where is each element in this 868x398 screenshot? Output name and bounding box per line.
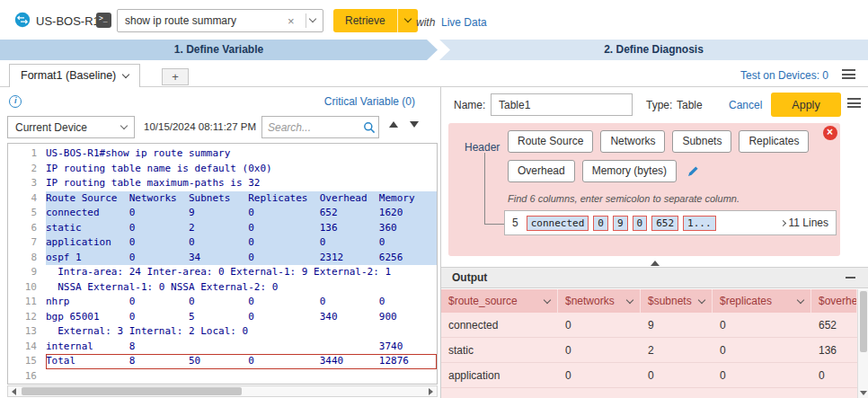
chevron-down-icon[interactable]: [544, 296, 551, 304]
scroll-left-icon[interactable]: [8, 386, 20, 396]
scrollbar-thumb[interactable]: [22, 387, 242, 395]
column-header-subnets[interactable]: $subnets: [641, 289, 713, 313]
minimize-output-icon[interactable]: [846, 277, 855, 279]
expand-lines-link[interactable]: 11 Lines: [781, 217, 828, 229]
code-line-highlighted[interactable]: 7application 0 0 0 0 0: [8, 235, 437, 251]
line-text[interactable]: Route Source Networks Subnets Replicates…: [46, 191, 437, 207]
line-text[interactable]: IP routing table maximum-paths is 32: [46, 176, 437, 191]
line-text[interactable]: connected 0 9 0 652 1620: [46, 206, 437, 221]
line-text[interactable]: internal 8 3740: [46, 340, 437, 355]
vertical-scrollbar[interactable]: [857, 289, 868, 398]
line-text[interactable]: bgp 65001 0 5 0 340 900: [46, 310, 437, 325]
collapse-output-icon[interactable]: [651, 261, 660, 266]
code-line-highlighted[interactable]: 6static 0 2 0 136 360: [8, 221, 437, 236]
code-line[interactable]: 9 Intra-area: 24 Inter-area: 0 External-…: [8, 265, 437, 280]
column-header-route-source[interactable]: $route_source: [441, 289, 558, 313]
line-text[interactable]: application 0 0 0 0 0: [46, 235, 437, 251]
command-dropdown-icon[interactable]: [309, 14, 316, 22]
chip-replicates[interactable]: Replicates: [739, 130, 809, 153]
sample-value[interactable]: connected: [527, 216, 589, 231]
code-line-total-marked[interactable]: 15Total 8 50 0 3440 12876: [8, 354, 437, 369]
chip-overhead[interactable]: Overhead: [508, 160, 575, 182]
info-icon[interactable]: [9, 95, 22, 108]
apply-button[interactable]: Apply: [771, 93, 841, 117]
column-header-overhead[interactable]: $overhead: [811, 289, 857, 313]
close-parser-icon[interactable]: [823, 126, 837, 140]
add-format-tab-button[interactable]: +: [162, 68, 189, 85]
sample-value[interactable]: 0: [593, 216, 608, 231]
scrollbar-thumb[interactable]: [860, 291, 867, 352]
code-line[interactable]: 2IP routing table name is default (0x0): [8, 162, 437, 177]
column-header-replicates[interactable]: $replicates: [713, 289, 811, 313]
scroll-down-icon[interactable]: [860, 391, 867, 395]
search-prev-icon[interactable]: [389, 121, 398, 128]
chip-memory-bytes[interactable]: Memory (bytes): [582, 160, 677, 182]
cancel-button[interactable]: Cancel: [729, 99, 762, 111]
chevron-down-icon[interactable]: [797, 296, 804, 304]
step-define-diagnosis[interactable]: 2. Define Diagnosis: [439, 40, 868, 60]
code-line-highlighted[interactable]: 4Route Source Networks Subnets Replicate…: [8, 191, 437, 207]
line-text[interactable]: ospf 1 0 34 0 2312 6256: [46, 251, 437, 266]
code-line[interactable]: 14internal 8 3740: [8, 340, 437, 355]
scrollbar-track[interactable]: [20, 386, 425, 396]
code-line[interactable]: 16: [8, 369, 437, 385]
column-header-networks[interactable]: $networks: [558, 289, 641, 313]
line-text[interactable]: [46, 369, 437, 385]
code-line[interactable]: 1US-BOS-R1#show ip route summary: [8, 146, 437, 162]
chevron-down-icon[interactable]: [626, 296, 633, 304]
chip-route-source[interactable]: Route Source: [508, 130, 593, 153]
code-line[interactable]: 13 External: 3 Internal: 2 Local: 0: [8, 324, 437, 340]
cli-output-editor[interactable]: 1US-BOS-R1#show ip route summary 2IP rou…: [7, 143, 438, 385]
chevron-down-icon[interactable]: [698, 296, 705, 304]
clear-command-icon[interactable]: [288, 14, 302, 28]
search-box[interactable]: [261, 116, 379, 138]
code-line[interactable]: 10 NSSA External-1: 0 NSSA External-2: 0: [8, 280, 437, 296]
device-scope-select[interactable]: Current Device: [7, 116, 135, 138]
live-data-link[interactable]: Live Data: [441, 16, 487, 29]
line-text[interactable]: NSSA External-1: 0 NSSA External-2: 0: [46, 280, 437, 296]
sample-value[interactable]: 9: [613, 216, 628, 231]
line-text[interactable]: Intra-area: 24 Inter-area: 0 External-1:…: [46, 265, 437, 280]
scroll-right-icon[interactable]: [425, 386, 437, 396]
chip-networks[interactable]: Networks: [600, 130, 665, 153]
code-line[interactable]: 12bgp 65001 0 5 0 340 900: [8, 310, 437, 325]
search-input[interactable]: [262, 121, 360, 134]
output-table-header: $route_source $networks $subnets $replic…: [441, 289, 857, 313]
column-label: $subnets: [648, 295, 692, 307]
code-line-highlighted[interactable]: 5connected 0 9 0 652 1620: [8, 206, 437, 221]
code-line[interactable]: 3IP routing table maximum-paths is 32: [8, 176, 437, 191]
test-on-devices-link[interactable]: Test on Devices: 0: [740, 69, 828, 82]
retrieve-button[interactable]: Retrieve: [333, 9, 397, 32]
code-line[interactable]: 11nhrp 0 0 0 0 0: [8, 295, 437, 310]
sample-value[interactable]: 1...: [683, 216, 716, 231]
sample-value[interactable]: 652: [651, 216, 678, 231]
tab-dropdown-icon[interactable]: [122, 71, 129, 78]
line-text[interactable]: US-BOS-R1#show ip route summary: [46, 146, 437, 162]
search-icon[interactable]: [360, 121, 378, 134]
command-input[interactable]: [117, 9, 323, 32]
edit-columns-icon[interactable]: [687, 165, 699, 177]
line-text[interactable]: static 0 2 0 136 360: [46, 221, 437, 236]
line-text[interactable]: IP routing table name is default (0x0): [46, 162, 437, 177]
table-row[interactable]: static 0 2 0 136: [441, 338, 857, 363]
line-text[interactable]: External: 3 Internal: 2 Local: 0: [46, 324, 437, 340]
table-row[interactable]: connected 0 9 0 652: [441, 313, 857, 338]
critical-variable-link[interactable]: Critical Variable (0): [316, 95, 415, 108]
line-number: 14: [8, 340, 46, 355]
horizontal-scrollbar[interactable]: [7, 385, 438, 397]
line-text[interactable]: nhrp 0 0 0 0 0: [46, 295, 437, 310]
panel-menu-icon[interactable]: [847, 98, 861, 108]
output-table: $route_source $networks $subnets $replic…: [441, 289, 857, 398]
table-row[interactable]: application 0 0 0 0: [441, 363, 857, 388]
tab-format1-baseline[interactable]: Format1 (Baseline): [9, 64, 140, 87]
chip-subnets[interactable]: Subnets: [672, 130, 731, 153]
line-text[interactable]: Total 8 50 0 3440 12876: [46, 354, 437, 369]
step-define-variable[interactable]: 1. Define Variable: [0, 40, 438, 60]
sample-value[interactable]: 0: [633, 216, 648, 231]
search-next-icon[interactable]: [410, 121, 419, 128]
code-line-highlighted[interactable]: 8ospf 1 0 34 0 2312 6256: [8, 251, 437, 266]
retrieve-dropdown-icon[interactable]: [398, 9, 418, 32]
command-text-field[interactable]: [118, 14, 288, 27]
variable-name-input[interactable]: [491, 93, 633, 116]
menu-icon[interactable]: [842, 69, 855, 79]
